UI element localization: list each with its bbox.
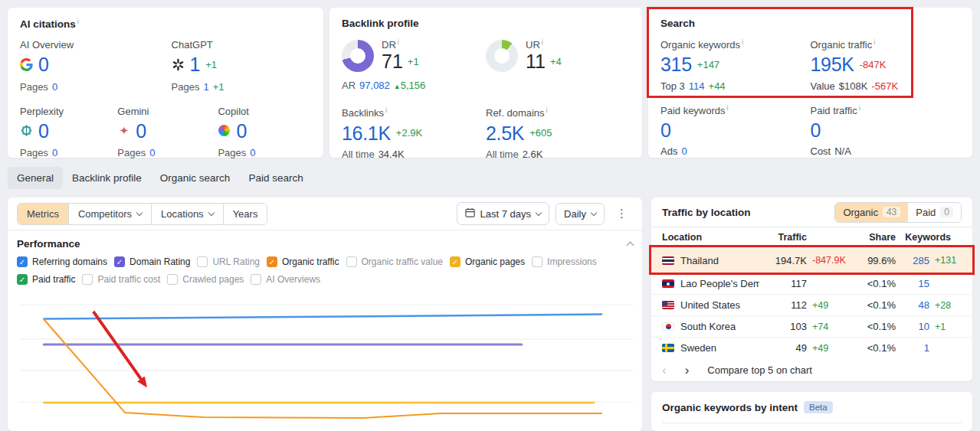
info-icon: i [542,38,543,46]
tab-organic-search[interactable]: Organic search [151,167,240,189]
years-filter-button[interactable]: Years [223,204,267,224]
chatgpt-value: 1 [190,54,201,74]
granularity-button[interactable]: Daily [556,203,605,225]
checkbox-icon[interactable]: ✓ [450,256,461,267]
checkbox-organic-traffic-value[interactable]: Organic traffic value [346,256,444,267]
checkbox-icon[interactable]: ✓ [17,274,28,285]
table-row-united-states[interactable]: United States 112 +49 <0.1% 48 +28 [651,294,972,315]
checkbox-referring-domains[interactable]: ✓Referring domains [17,256,107,267]
backlink-profile-card: Backlink profile DRi 71+1 AR 97,082 ▲5,1… [329,8,642,158]
ai-citation-ai-overview: AI Overview 0 Pages0 [20,39,172,92]
filter-bar: Metrics Competitors Locations Years Last… [8,198,642,230]
checkbox-organic-pages[interactable]: ✓Organic pages [450,256,525,267]
performance-chart [8,288,642,426]
backlinks-block: Backlinksi 16.1K+2.9K All time34.4K [342,106,486,160]
paid-keywords-link[interactable]: 0 [660,120,671,140]
metric-checkbox-group: ✓Referring domains ✓Domain Rating URL Ra… [8,253,642,285]
checkbox-icon[interactable] [82,274,93,285]
checkbox-crawled-pages[interactable]: Crawled pages [167,274,244,285]
checkbox-icon[interactable] [532,256,542,267]
card-title: Search [660,18,960,29]
checkbox-icon[interactable]: ✓ [17,256,28,267]
table-row-sweden[interactable]: Sweden 49 +49 <0.1% 1 [651,337,972,358]
paid-traffic-link[interactable]: 0 [811,120,821,140]
checkbox-icon[interactable] [346,256,357,267]
top3-link[interactable]: 114 [689,80,705,92]
ref-domains-link[interactable]: 2.5K [486,123,524,143]
ads-link[interactable]: 0 [681,145,687,157]
table-row-south-korea[interactable]: South Korea 103 +74 <0.1% 10 +1 [651,315,972,337]
tab-general[interactable]: General [8,167,63,189]
info-icon: i [77,18,79,25]
organic-keywords-link[interactable]: 315 [660,54,692,74]
checkbox-icon[interactable] [197,256,208,267]
google-icon [20,58,33,71]
chatgpt-icon [172,58,185,71]
paid-traffic-block: Paid traffici 0 CostN/A [811,104,961,158]
checkbox-impressions[interactable]: Impressions [532,256,597,267]
traffic-by-location-title: Traffic by location [662,207,751,218]
checkbox-ai-overviews[interactable]: AI Overviews [251,274,320,285]
search-card: Search Organic keywordsi 315+147 Top 311… [648,8,972,158]
ur-value: 11 [526,51,546,73]
pages-link[interactable]: 1 [203,81,208,93]
metrics-filter-button[interactable]: Metrics [18,204,68,224]
keywords-link[interactable]: 285 [896,255,929,266]
table-row-laos[interactable]: Lao People's Democratic Rep 117 <0.1% 15 [651,273,972,294]
paid-count-badge: 0 [940,207,953,217]
red-arrow-annotation [93,312,146,385]
perplexity-value: 0 [38,121,49,141]
table-header: Location Traffic Share Keywords [651,227,972,247]
pagination-next-icon[interactable]: › [685,364,690,377]
locations-filter-button[interactable]: Locations [151,204,223,224]
checkbox-icon[interactable]: ✓ [114,256,125,267]
checkbox-url-rating[interactable]: URL Rating [197,256,260,267]
info-icon: i [385,106,387,114]
checkbox-domain-rating[interactable]: ✓Domain Rating [114,256,190,267]
competitors-filter-button[interactable]: Competitors [68,204,151,224]
organic-count-badge: 43 [883,207,900,217]
table-row-thailand[interactable]: Thailand 194.7K -847.9K 99.6% 285 +131 [651,247,972,273]
checkbox-paid-traffic-cost[interactable]: Paid traffic cost [82,274,160,285]
date-range-button[interactable]: Last 7 days [457,202,550,225]
keywords-link[interactable]: 1 [896,342,929,354]
checkbox-icon[interactable]: ✓ [267,256,277,267]
checkbox-organic-traffic[interactable]: ✓Organic traffic [267,256,339,267]
backlinks-link[interactable]: 16.1K [342,123,391,143]
toggle-paid[interactable]: Paid0 [908,203,961,222]
traffic-by-location-card: Traffic by location Organic43 Paid0 Loca… [651,198,972,381]
keywords-link[interactable]: 10 [896,321,929,332]
info-icon: i [727,104,729,112]
pages-link[interactable]: 0 [52,147,57,158]
ahrefs-rank-link[interactable]: 97,082 [359,80,390,91]
divider [662,423,962,423]
paid-keywords-block: Paid keywordsi 0 Ads0 [660,104,811,158]
pages-link[interactable]: 0 [250,147,255,158]
keywords-link[interactable]: 48 [896,299,929,311]
ai-citation-perplexity: Perplexity 0 Pages0 [20,106,117,158]
organic-traffic-link[interactable]: 195K [811,54,854,74]
checkbox-paid-traffic[interactable]: ✓Paid traffic [17,274,75,285]
info-icon: i [859,104,860,112]
calendar-icon [465,207,475,220]
flag-united-states-icon [662,301,674,309]
chevron-down-icon [591,209,597,215]
collapse-section-icon[interactable] [627,242,634,250]
toggle-organic[interactable]: Organic43 [835,203,908,222]
keywords-link[interactable]: 15 [896,278,929,289]
flag-sweden-icon [662,344,674,352]
keywords-by-intent-card: Organic keywords by intent Beta [651,392,972,431]
tab-paid-search[interactable]: Paid search [239,167,312,189]
checkbox-icon[interactable] [251,274,261,285]
pages-link[interactable]: 0 [149,147,155,158]
performance-section-title: Performance [17,238,80,250]
pages-link[interactable]: 0 [52,81,57,93]
more-options-button[interactable]: ⋮ [611,204,633,223]
checkbox-icon[interactable] [167,274,178,285]
tab-backlink-profile[interactable]: Backlink profile [63,167,151,189]
chevron-down-icon [536,209,542,215]
copilot-value: 0 [236,121,247,141]
performance-card: Metrics Competitors Locations Years Last… [8,198,642,431]
pagination-prev-icon[interactable]: ‹ [662,364,667,377]
compare-top5-link[interactable]: Compare top 5 on chart [707,364,812,376]
